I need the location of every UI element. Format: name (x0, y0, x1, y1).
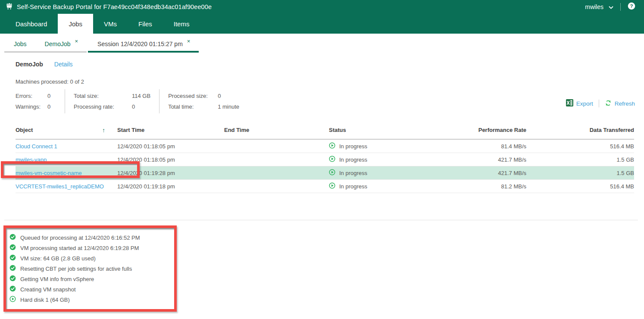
log-item: Resetting CBT per job settings for activ… (9, 263, 140, 274)
nav-tab-vms[interactable]: VMs (93, 14, 128, 34)
stat-label: Warnings: (16, 103, 47, 110)
table-body: Cloud Connect 1 12/4/2020 01:18:05 pm In… (16, 140, 634, 193)
stat-row: Total time: 1 minute (168, 101, 239, 112)
table-header: Object ↑ Start Time End Time Status Perf… (16, 122, 634, 140)
check-icon (9, 254, 16, 262)
table-row[interactable]: Cloud Connect 1 12/4/2020 01:18:05 pm In… (16, 140, 634, 153)
check-icon (9, 265, 16, 272)
data-transferred-cell: 516.4 MB (526, 183, 634, 190)
check-icon (9, 234, 16, 241)
export-button[interactable]: Export (566, 99, 593, 108)
check-icon (9, 244, 16, 252)
object-link[interactable]: VCCRTEST-mwiles1_replicaDEMO (16, 183, 104, 190)
actions-divider (599, 100, 599, 107)
stat-row: Total size: 114 GB (74, 91, 150, 101)
performance-rate-cell: 81.4 MB/s (432, 143, 526, 150)
log-item: Creating VM snapshot (9, 284, 140, 294)
session-tab-strip: Jobs DemoJob × Session 12/4/2020 01:15:2… (0, 36, 644, 53)
in-progress-icon (329, 169, 335, 177)
stat-column: Total size: 114 GB Processing rate: 0 (65, 89, 159, 113)
status-label: In progress (339, 183, 367, 190)
data-transferred-cell: 516.4 MB (526, 143, 634, 150)
session-tab[interactable]: Session 12/4/2020 01:15:27 pm × (88, 36, 199, 53)
data-transferred-cell: 1.5 GB (526, 170, 634, 176)
title-bar: Self-Service Backup Portal for F7ae49cc0… (0, 0, 644, 14)
chevron-down-icon (609, 3, 613, 10)
task-log: Queued for processing at 12/4/2020 6:16:… (9, 232, 140, 305)
status-label: In progress (339, 170, 367, 176)
stat-label: Processed size: (168, 93, 218, 99)
start-time-cell: 12/4/2020 01:19:28 pm (117, 170, 224, 176)
close-icon[interactable]: × (75, 39, 78, 44)
nav-tab-files[interactable]: Files (128, 14, 163, 34)
column-header-object[interactable]: Object ↑ (16, 127, 117, 134)
log-item: Getting VM info from vSphere (9, 274, 140, 284)
main-nav: DashboardJobsVMsFilesItems (0, 14, 644, 34)
stat-label: Total size: (74, 93, 132, 99)
column-header-data-transferred[interactable]: Data Transferred (526, 127, 634, 134)
stat-value: 114 GB (132, 93, 150, 99)
sort-ascending-icon: ↑ (102, 127, 105, 134)
stat-value: 0 (218, 93, 221, 99)
stat-row: Processed size: 0 (168, 91, 239, 101)
in-progress-icon (329, 156, 335, 163)
object-link[interactable]: mwiles-vapp (16, 156, 47, 163)
svg-text:?: ? (630, 3, 633, 9)
check-icon (9, 285, 16, 293)
stat-column: Errors: 0 Warnings: 0 (16, 89, 65, 113)
stat-label: Total time: (168, 103, 218, 110)
section-divider (4, 220, 638, 220)
job-name: DemoJob (16, 61, 43, 68)
session-objects-table: Object ↑ Start Time End Time Status Perf… (16, 122, 634, 193)
table-row[interactable]: mwiles-vm-cosmetic-name 12/4/2020 01:19:… (16, 166, 634, 180)
start-time-cell: 12/4/2020 01:19:18 pm (117, 183, 224, 190)
portal-cart-icon (5, 2, 13, 12)
table-row[interactable]: mwiles-vapp 12/4/2020 01:18:05 pm In pro… (16, 153, 634, 166)
object-link[interactable]: Cloud Connect 1 (16, 143, 57, 150)
in-progress-icon (329, 142, 335, 150)
stat-value: 0 (132, 103, 135, 110)
log-item: Queued for processing at 12/4/2020 6:16:… (9, 232, 140, 243)
status-label: In progress (339, 156, 367, 163)
session-tab[interactable]: DemoJob × (35, 36, 87, 53)
nav-tab-jobs[interactable]: Jobs (58, 14, 93, 34)
session-stats: Errors: 0 Warnings: 0 Total size: 114 GB… (16, 89, 644, 113)
machines-processed: Machines processed: 0 of 2 (16, 78, 644, 85)
column-header-end-time[interactable]: End Time (224, 127, 329, 134)
table-row[interactable]: VCCRTEST-mwiles1_replicaDEMO 12/4/2020 0… (16, 180, 634, 193)
username: mwiles (585, 3, 603, 10)
log-item: VM processing started at 12/4/2020 6:19:… (9, 243, 140, 253)
in-progress-icon (329, 182, 335, 190)
details-link[interactable]: Details (54, 61, 73, 68)
check-icon (9, 275, 16, 283)
object-link[interactable]: mwiles-vm-cosmetic-name (16, 170, 82, 176)
column-header-start-time[interactable]: Start Time (117, 127, 224, 134)
stat-row: Warnings: 0 (16, 101, 56, 112)
column-header-performance-rate[interactable]: Performance Rate (432, 127, 526, 134)
in-progress-icon (9, 296, 16, 303)
page-title: Self-Service Backup Portal for F7ae49cc0… (17, 3, 212, 10)
stat-value: 0 (47, 103, 50, 110)
excel-icon (566, 99, 573, 108)
help-icon[interactable]: ? (628, 2, 635, 12)
data-transferred-cell: 1.5 GB (526, 156, 634, 163)
session-tab[interactable]: Jobs (4, 36, 35, 53)
log-item: Hard disk 1 (64 GB) (9, 294, 140, 305)
refresh-button[interactable]: Refresh (605, 100, 635, 108)
stat-label: Errors: (16, 93, 47, 99)
refresh-icon (605, 100, 612, 108)
stat-label: Processing rate: (74, 103, 132, 110)
log-item: VM size: 64 GB (2.8 GB used) (9, 253, 140, 263)
stat-value: 0 (47, 93, 50, 99)
stat-row: Errors: 0 (16, 91, 56, 101)
performance-rate-cell: 421.7 MB/s (432, 170, 526, 176)
close-icon[interactable]: × (187, 39, 191, 44)
nav-tab-items[interactable]: Items (163, 14, 200, 34)
stat-column: Processed size: 0 Total time: 1 minute (159, 89, 248, 113)
user-menu[interactable]: mwiles (585, 3, 613, 10)
status-label: In progress (339, 143, 367, 150)
stat-row: Processing rate: 0 (74, 101, 150, 112)
stat-value: 1 minute (218, 103, 239, 110)
column-header-status[interactable]: Status (329, 127, 432, 134)
nav-tab-dashboard[interactable]: Dashboard (5, 14, 58, 34)
